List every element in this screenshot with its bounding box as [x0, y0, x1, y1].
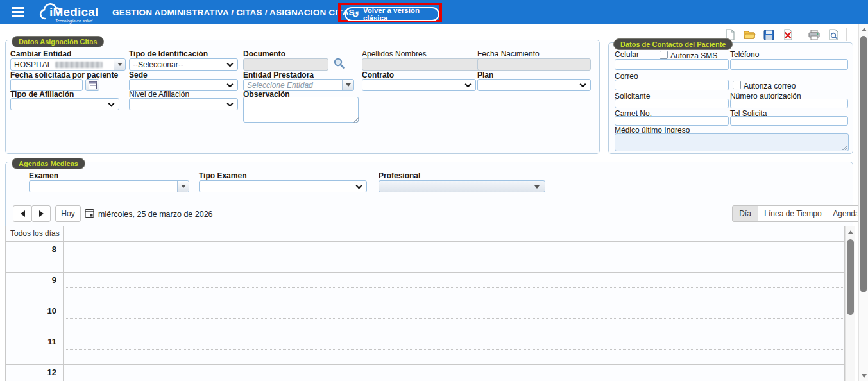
examen-label: Examen — [29, 171, 58, 180]
tipo-identificacion-select[interactable]: --Seleccionar-- — [129, 58, 238, 71]
redacted-text — [55, 62, 103, 68]
resize-handle[interactable] — [842, 145, 847, 150]
hamburger-menu-icon[interactable] — [12, 7, 24, 17]
scroll-up-icon[interactable] — [862, 28, 867, 31]
date-calendar-icon — [85, 208, 94, 221]
view-timeline-button[interactable]: Línea de Tiempo — [758, 205, 828, 222]
hour-label: 12 — [5, 368, 56, 377]
telefono-label: Teléfono — [730, 50, 759, 59]
observacion-textarea[interactable] — [243, 97, 359, 123]
plan-label: Plan — [477, 71, 493, 80]
dropdown-arrow-icon[interactable] — [177, 181, 189, 192]
page-scrollbar[interactable] — [858, 24, 868, 381]
hour-label: 8 — [5, 244, 56, 254]
calendar-icon — [89, 81, 97, 89]
sede-label: Sede — [129, 71, 148, 80]
next-day-button[interactable] — [31, 205, 51, 222]
autoriza-sms-checkbox[interactable] — [660, 51, 668, 59]
tipo-identificacion-label: Tipo de Identificación — [129, 49, 208, 58]
numero-autorizacion-field[interactable] — [730, 99, 848, 108]
datos-asignacion-title: Datos Asignación Citas — [12, 36, 104, 47]
calendar-scrollbar-thumb[interactable] — [847, 239, 854, 315]
profesional-combobox[interactable] — [379, 180, 545, 192]
scroll-up-icon[interactable] — [848, 230, 853, 234]
correo-field[interactable] — [615, 80, 729, 90]
calendar-scrollbar[interactable] — [845, 226, 855, 381]
tipo-examen-select[interactable] — [199, 180, 367, 192]
fecha-solicitada-label: Fecha solicitada por paciente — [10, 71, 118, 80]
cambiar-entidad-combobox[interactable]: HOSPITAL — [10, 58, 126, 71]
chevron-down-icon — [465, 81, 472, 88]
toolbar-separator — [846, 28, 847, 41]
tipo-identificacion-value: --Seleccionar-- — [133, 60, 183, 69]
app-logo: iMedical Tecnología en salud — [38, 1, 115, 24]
all-day-label: Todos los días — [10, 229, 60, 238]
chevron-down-icon — [356, 183, 362, 189]
current-date-text: miércoles, 25 de marzo de 2026 — [98, 210, 213, 219]
scroll-down-icon[interactable] — [862, 374, 867, 378]
tipo-examen-label: Tipo Examen — [199, 171, 246, 180]
back-to-classic-button[interactable]: ↺ Volver a versión clásica — [345, 7, 439, 21]
dropdown-arrow-icon — [534, 185, 540, 189]
hour-label: 10 — [5, 306, 56, 316]
chevron-down-icon — [227, 101, 234, 107]
nivel-afiliacion-label: Nivel de Afiliación — [129, 90, 189, 99]
back-to-classic-label: Volver a versión clásica — [363, 6, 432, 22]
app-window: iMedical Tecnología en salud GESTION ADM… — [0, 0, 868, 381]
autoriza-correo-checkbox[interactable] — [733, 81, 741, 89]
toolbar-separator — [801, 28, 801, 41]
celular-label: Celular — [615, 50, 639, 59]
action-toolbar: ! — [724, 27, 868, 42]
documento-field[interactable] — [243, 58, 328, 71]
fecha-nacimiento-label: Fecha Nacimiento — [477, 49, 540, 58]
prev-arrow-icon — [21, 210, 25, 217]
autoriza-correo-label: Autoriza correo — [744, 81, 796, 90]
dropdown-arrow-icon[interactable] — [342, 80, 353, 90]
next-arrow-icon — [39, 210, 44, 217]
search-icon[interactable] — [333, 57, 345, 72]
chevron-down-icon — [227, 61, 234, 67]
agendas-medicas-panel — [5, 162, 853, 381]
hour-label: 11 — [5, 337, 56, 346]
dropdown-arrow-icon[interactable] — [114, 59, 125, 70]
carnet-field[interactable] — [615, 116, 729, 126]
contrato-label: Contrato — [362, 71, 394, 80]
agendas-medicas-title: Agendas Medicas — [12, 158, 85, 169]
print-icon[interactable] — [808, 28, 821, 41]
plan-select[interactable] — [477, 79, 591, 91]
cambiar-entidad-value: HOSPITAL — [14, 60, 51, 69]
celular-field[interactable] — [615, 59, 729, 70]
tipo-afiliacion-label: Tipo de Afiliación — [10, 90, 74, 99]
chevron-down-icon — [580, 81, 586, 88]
top-header-bar: iMedical Tecnología en salud GESTION ADM… — [0, 0, 868, 24]
contrato-select[interactable] — [362, 79, 476, 91]
examen-combobox[interactable] — [29, 180, 189, 192]
tel-solicita-field[interactable] — [730, 116, 848, 126]
save-icon[interactable] — [762, 28, 775, 41]
fecha-nacimiento-field[interactable] — [477, 58, 591, 71]
apellidos-nombres-label: Apellidos Nombres — [362, 49, 427, 58]
delete-document-icon[interactable] — [781, 28, 794, 41]
view-day-button[interactable]: Día — [732, 205, 758, 222]
profesional-label: Profesional — [379, 171, 420, 180]
resize-handle[interactable] — [353, 117, 359, 123]
medico-ultimo-textarea[interactable] — [615, 133, 849, 151]
breadcrumb: GESTION ADMINISTRATIVA / CITAS / ASIGNAC… — [112, 8, 355, 17]
documento-label: Documento — [243, 49, 285, 58]
cambiar-entidad-label: Cambiar Entidad — [10, 49, 71, 58]
today-button[interactable]: Hoy — [55, 205, 81, 222]
nivel-afiliacion-select[interactable] — [129, 98, 238, 110]
prev-day-button[interactable] — [13, 205, 32, 222]
page-scrollbar-thumb[interactable] — [860, 36, 867, 292]
open-folder-icon[interactable] — [743, 28, 756, 41]
calendar-picker-button[interactable] — [85, 79, 99, 91]
telefono-field[interactable] — [730, 59, 848, 70]
logo-text: iMedical — [49, 5, 99, 19]
datos-contacto-title: Datos de Contacto del Paciente — [613, 38, 733, 50]
print-preview-icon[interactable] — [827, 28, 840, 41]
solicitante-field[interactable] — [615, 99, 729, 108]
hour-label: 9 — [5, 275, 56, 285]
apellidos-nombres-field[interactable] — [362, 58, 488, 71]
logo-tagline: Tecnología en salud — [55, 19, 92, 23]
tipo-afiliacion-select[interactable] — [10, 98, 119, 110]
